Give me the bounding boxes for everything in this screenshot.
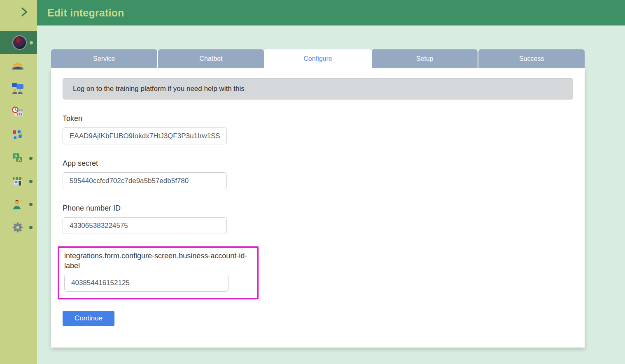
tab-chatbot[interactable]: Chatbot: [157, 49, 264, 68]
business-account-id-label: integrations.form.configure-screen.busin…: [64, 251, 252, 271]
main-content: Service Chatbot Configure Setup Success …: [37, 26, 625, 364]
tab-service[interactable]: Service: [51, 49, 157, 68]
chevron-right-icon: [20, 7, 29, 19]
token-input[interactable]: [63, 128, 227, 144]
store-icon: [11, 176, 24, 187]
tab-configure[interactable]: Configure: [264, 49, 371, 68]
page-title: Edit integration: [47, 7, 124, 19]
help-banner-text: Log on to the training platform if you n…: [73, 85, 245, 93]
continue-button[interactable]: Continue: [63, 311, 114, 326]
sidebar-item-chats[interactable]: [0, 79, 37, 97]
business-account-id-highlight-box: integrations.form.configure-screen.busin…: [58, 246, 259, 299]
sidebar-item-qa[interactable]: Q A: [0, 149, 37, 167]
app-secret-label: App secret: [63, 159, 573, 168]
sidebar-collapse-button[interactable]: [0, 0, 37, 26]
sidebar-item-store[interactable]: [0, 172, 37, 190]
clock-calendar-icon: [11, 106, 24, 118]
wizard-tabs: Service Chatbot Configure Setup Success: [51, 49, 585, 68]
notification-dot: [29, 203, 33, 206]
help-banner: Log on to the training platform if you n…: [63, 78, 573, 100]
business-account-id-input[interactable]: [64, 275, 229, 292]
tab-setup[interactable]: Setup: [371, 49, 478, 68]
app-header: Edit integration: [37, 0, 625, 26]
avatar: [12, 35, 27, 50]
app-secret-input[interactable]: [63, 172, 227, 189]
gear-icon: [11, 222, 24, 233]
phone-number-id-input[interactable]: [63, 217, 227, 234]
person-icon: [11, 199, 24, 210]
phone-number-id-field-group: Phone number ID: [63, 204, 573, 234]
chat-people-icon: [11, 83, 24, 94]
qa-chat-icon: Q A: [11, 153, 24, 164]
sidebar-item-settings[interactable]: [0, 218, 37, 236]
workflow-icon: [11, 130, 24, 140]
sidebar-item-profile[interactable]: [0, 31, 37, 54]
token-label: Token: [63, 114, 573, 123]
notification-dot: [30, 41, 33, 44]
svg-text:A: A: [18, 158, 21, 162]
app-secret-field-group: App secret: [63, 159, 573, 189]
sidebar-item-flows[interactable]: [0, 126, 37, 144]
sidebar-item-schedule[interactable]: [0, 103, 37, 121]
notification-dot: [29, 157, 33, 160]
notification-dot: [29, 226, 33, 229]
phone-number-id-label: Phone number ID: [63, 204, 573, 213]
token-field-group: Token: [63, 114, 573, 144]
configure-panel: Log on to the training platform if you n…: [51, 68, 585, 348]
sidebar: Q A: [0, 0, 37, 364]
sidebar-item-contacts[interactable]: [0, 195, 37, 213]
people-group-icon: [11, 61, 24, 71]
notification-dot: [29, 180, 33, 183]
sidebar-item-team[interactable]: [0, 57, 37, 75]
tab-success[interactable]: Success: [478, 49, 585, 68]
